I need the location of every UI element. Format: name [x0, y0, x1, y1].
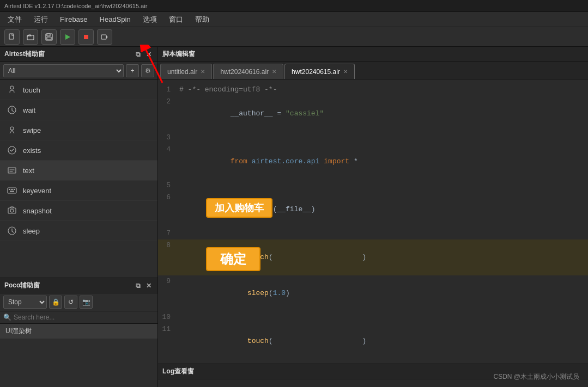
code-line-1: 1 # -*- encoding=utf8 -*- — [158, 84, 588, 96]
svg-rect-3 — [47, 34, 50, 36]
poco-screenshot-button[interactable]: 📷 — [80, 296, 93, 309]
save-button[interactable] — [41, 29, 57, 45]
sidebar-item-touch[interactable]: touch — [0, 80, 157, 100]
svg-marker-8 — [106, 36, 108, 38]
log-title: Log查看窗 — [162, 367, 194, 376]
svg-rect-14 — [8, 188, 16, 193]
ui-tree-item[interactable]: UI渲染树 — [0, 324, 157, 339]
menu-run[interactable]: 运行 — [28, 13, 53, 27]
airtest-panel: Airtest辅助窗 ⧉ ✕ All + ⚙ touch — [0, 47, 157, 278]
poco-panel: Poco辅助窗 ⧉ ✕ Stop Start 🔒 ↺ 📷 🔍 UI渲染树 — [0, 278, 157, 387]
poco-lock-button[interactable]: 🔒 — [49, 296, 62, 309]
toolbar — [0, 27, 588, 47]
menu-bar: 文件 运行 Firebase HeadSpin 选项 窗口 帮助 — [0, 12, 588, 27]
tab-close-hwt20240616[interactable]: ✕ — [272, 69, 276, 75]
poco-refresh-button[interactable]: ↺ — [64, 296, 77, 309]
open-file-button[interactable] — [23, 29, 38, 45]
sleep-icon — [7, 225, 17, 236]
airtest-panel-title: Airtest辅助窗 — [4, 50, 45, 59]
editor-titlebar: 脚本编辑窗 — [158, 47, 588, 62]
sidebar-label-snapshot: snapshot — [23, 207, 52, 215]
overlay-confirm: 确定 — [206, 247, 260, 271]
menu-options[interactable]: 选项 — [137, 13, 162, 27]
menu-headspin[interactable]: HeadSpin — [94, 13, 136, 26]
sidebar-item-keyevent[interactable]: keyevent — [0, 181, 157, 201]
tab-close-hwt20240615[interactable]: ✕ — [343, 69, 348, 75]
exists-icon — [7, 145, 17, 156]
poco-panel-icons: ⧉ ✕ — [134, 281, 153, 290]
poco-filter-row: Stop Start 🔒 ↺ 📷 — [0, 293, 157, 311]
tab-hwt20240615[interactable]: hwt20240615.air ✕ — [284, 64, 355, 79]
stop-button[interactable] — [78, 29, 94, 45]
sidebar-item-swipe[interactable]: swipe — [0, 120, 157, 140]
poco-search-row: 🔍 — [0, 311, 157, 324]
code-line-5: 5 — [158, 180, 588, 192]
code-line-2: 2 __author__ = "cassiel" — [158, 96, 588, 132]
editor-tabs: untitled.air ✕ hwt20240616.air ✕ hwt2024… — [158, 62, 588, 79]
svg-rect-16 — [11, 189, 13, 190]
poco-panel-header: Poco辅助窗 ⧉ ✕ — [0, 278, 157, 293]
code-line-4: 4 from airtest.core.api import * — [158, 144, 588, 180]
tab-label-hwt20240615: hwt20240615.air — [292, 68, 340, 76]
poco-panel-title: Poco辅助窗 — [4, 281, 40, 290]
title-bar: Airtest IDE v1.2.17 D:\code\code_air\hwt… — [0, 0, 588, 12]
sidebar-item-wait[interactable]: wait — [0, 100, 157, 120]
poco-mode-select[interactable]: Stop Start — [3, 296, 47, 309]
tab-label-untitled: untitled.air — [167, 68, 197, 76]
poco-close-icon[interactable]: ✕ — [144, 281, 153, 290]
line-content-4: from airtest.core.api import * — [177, 144, 588, 180]
touch-icon — [7, 84, 17, 95]
right-panel: 脚本编辑窗 untitled.air ✕ hwt20240616.air ✕ h… — [158, 47, 588, 387]
svg-rect-18 — [10, 191, 14, 192]
svg-point-9 — [10, 86, 14, 89]
line-num-7: 7 — [158, 228, 177, 239]
menu-file[interactable]: 文件 — [2, 13, 27, 27]
tab-close-untitled[interactable]: ✕ — [201, 69, 205, 75]
text-icon — [7, 165, 17, 176]
sidebar-item-sleep[interactable]: sleep — [0, 221, 157, 241]
search-icon: 🔍 — [3, 314, 11, 321]
tab-label-hwt20240616: hwt20240616.air — [220, 68, 269, 76]
line-num-3: 3 — [158, 132, 177, 144]
sidebar-item-exists[interactable]: exists — [0, 140, 157, 161]
airtest-filter-select[interactable]: All — [3, 64, 124, 77]
sidebar-item-text[interactable]: text — [0, 161, 157, 181]
airtest-panel-header: Airtest辅助窗 ⧉ ✕ — [0, 47, 157, 62]
poco-search-input[interactable] — [14, 314, 154, 321]
svg-point-20 — [10, 209, 14, 212]
swipe-icon — [7, 125, 17, 136]
line-num-5: 5 — [158, 180, 177, 192]
title-text: Airtest IDE v1.2.17 D:\code\code_air\hwt… — [4, 3, 147, 9]
code-line-10: 10 — [158, 311, 588, 323]
menu-help[interactable]: 帮助 — [190, 13, 215, 27]
keyevent-icon — [7, 185, 17, 196]
record-button[interactable] — [97, 29, 112, 45]
tab-hwt20240616[interactable]: hwt20240616.air ✕ — [213, 64, 283, 79]
play-button[interactable] — [60, 29, 75, 45]
line-num-4: 4 — [158, 144, 177, 156]
svg-rect-15 — [9, 189, 10, 190]
main-layout: Airtest辅助窗 ⧉ ✕ All + ⚙ touch — [0, 47, 588, 387]
airtest-close-icon[interactable]: ✕ — [144, 50, 153, 59]
new-file-button[interactable] — [4, 29, 20, 45]
code-line-11: 11 touch( ) — [158, 323, 588, 359]
watermark-text: CSDN @木土雨成小小测试员 — [493, 373, 579, 380]
menu-window[interactable]: 窗口 — [163, 13, 189, 27]
sidebar-label-exists: exists — [23, 146, 41, 155]
line-num-9: 9 — [158, 275, 177, 287]
menu-firebase[interactable]: Firebase — [54, 13, 93, 26]
sidebar-label-sleep: sleep — [23, 227, 40, 235]
overlay-add-to-cart: 加入购物车 — [206, 198, 272, 218]
airtest-float-icon[interactable]: ⧉ — [134, 50, 142, 59]
script-editor: 脚本编辑窗 untitled.air ✕ hwt20240616.air ✕ h… — [158, 47, 588, 364]
snapshot-icon — [7, 205, 17, 216]
airtest-add-button[interactable]: + — [126, 64, 139, 77]
tab-untitled[interactable]: untitled.air ✕ — [160, 64, 212, 79]
poco-float-icon[interactable]: ⧉ — [134, 281, 142, 290]
airtest-settings-button[interactable]: ⚙ — [141, 64, 154, 77]
sidebar-item-snapshot[interactable]: snapshot — [0, 201, 157, 221]
airtest-sidebar-items: touch wait swipe — [0, 80, 157, 278]
line-content-11: touch( ) — [177, 323, 588, 359]
wait-icon — [7, 105, 17, 115]
code-area[interactable]: 1 # -*- encoding=utf8 -*- 2 __author__ =… — [158, 79, 588, 364]
